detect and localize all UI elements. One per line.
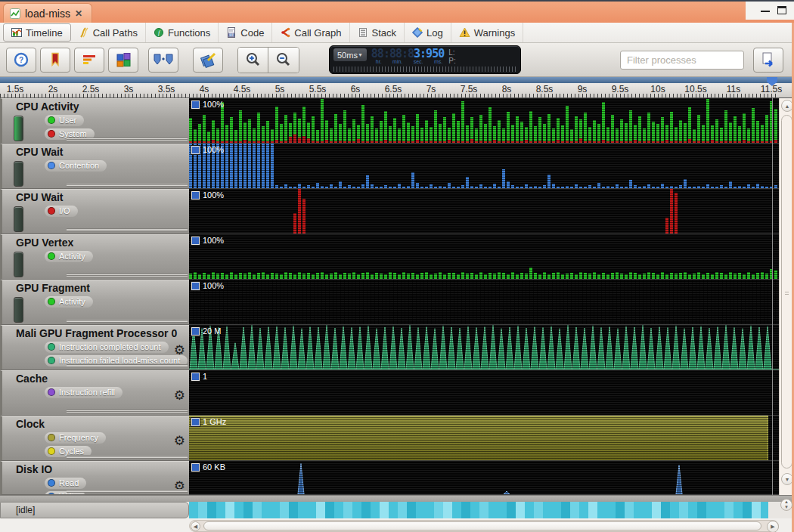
chart-area-cpu-wait[interactable]: 100%: [189, 144, 779, 189]
interval-dropdown[interactable]: 50ms ▼: [333, 48, 367, 61]
idle-stripe: [734, 502, 743, 518]
horizontal-scrollbar[interactable]: ◀: [189, 520, 779, 532]
row-settings-gear-icon[interactable]: ⚙: [174, 389, 185, 402]
series-checkbox[interactable]: [191, 418, 200, 426]
markers-button[interactable]: [148, 48, 178, 73]
row-resize-grip[interactable]: [67, 228, 188, 232]
bar: [702, 234, 705, 279]
svg-text:?: ?: [19, 56, 23, 64]
help-button[interactable]: ?: [6, 48, 36, 73]
filter-processes-input[interactable]: [620, 51, 744, 70]
row-drag-handle[interactable]: [14, 161, 23, 187]
row-resize-grip[interactable]: [67, 489, 188, 493]
tab-timeline[interactable]: Timeline: [3, 23, 71, 42]
row-drag-handle[interactable]: [14, 206, 23, 232]
legend-instruction-refill[interactable]: Instruction refill: [45, 387, 123, 398]
calipers-button[interactable]: [193, 48, 223, 73]
tab-functions[interactable]: f Functions: [146, 23, 219, 42]
tab-call-paths[interactable]: Call Paths: [71, 23, 146, 42]
chart-area-cpu-activity[interactable]: 100%: [189, 98, 779, 144]
bar: [507, 98, 510, 143]
bar: [647, 234, 650, 279]
zoom-in-button[interactable]: [238, 48, 268, 73]
tab-close-icon[interactable]: ✕: [75, 8, 82, 19]
row-settings-gear-icon[interactable]: ⚙: [174, 344, 185, 357]
row-drag-handle[interactable]: [14, 297, 23, 323]
chart-area-gpu-vertex[interactable]: 100%: [189, 234, 779, 280]
idle-process-label[interactable]: [idle]: [0, 502, 189, 518]
row-resize-grip[interactable]: [67, 274, 188, 277]
row-resize-grip[interactable]: [67, 364, 188, 368]
series-checkbox[interactable]: [191, 327, 200, 336]
chart-area-mali-gpu-fragment-processor-0[interactable]: 20 M: [189, 325, 779, 370]
bar: [756, 144, 759, 188]
series-checkbox[interactable]: [191, 237, 200, 245]
row-header-mali-gpu-fragment-processor-0[interactable]: Mali GPU Fragment Processor 0Instruction…: [0, 325, 189, 370]
legend-read[interactable]: Read: [45, 478, 86, 489]
row-header-disk-io[interactable]: Disk IOReadWrite⚙: [0, 461, 189, 495]
series-checkbox[interactable]: [191, 282, 200, 290]
bar: [488, 234, 492, 279]
chart-area-cpu-wait[interactable]: 100%: [189, 189, 779, 234]
scroll-right-button[interactable]: ▶: [767, 521, 779, 532]
time-ruler[interactable]: 1.5s2s2.5s3s3.5s4s4.5s5s5.5s6s6.5s7s7.5s…: [0, 83, 794, 98]
row-header-clock[interactable]: ClockFrequencyCycles⚙: [0, 416, 189, 461]
chart-area-disk-io[interactable]: 60 KB: [189, 461, 779, 495]
row-header-cpu-wait[interactable]: CPU WaitI/O: [0, 189, 189, 234]
row-resize-grip[interactable]: [67, 410, 188, 413]
vertical-scroll-thumb[interactable]: [781, 115, 792, 469]
idle-activity-strip[interactable]: [189, 502, 768, 518]
zoom-out-button[interactable]: [268, 48, 299, 73]
idle-stripe: [697, 502, 706, 518]
export-button[interactable]: [753, 48, 783, 73]
row-resize-grip[interactable]: [67, 183, 188, 187]
bar: [448, 234, 451, 279]
tab-warnings[interactable]: Warnings: [451, 23, 523, 42]
chart-config-button[interactable]: [74, 48, 104, 73]
row-header-cpu-wait[interactable]: CPU WaitContention: [0, 144, 189, 189]
chart-area-gpu-fragment[interactable]: 100%: [189, 280, 779, 325]
series-checkbox[interactable]: [191, 463, 200, 472]
row-header-cpu-activity[interactable]: CPU ActivityUserSystem: [0, 98, 189, 144]
series-checkbox[interactable]: [191, 146, 200, 154]
chart-area-clock[interactable]: 1 GHz: [189, 416, 779, 461]
legend-instruction-completed-count[interactable]: Instruction completed count: [45, 342, 169, 353]
bookmark-button[interactable]: [40, 48, 70, 73]
bar: [774, 189, 777, 234]
series-checkbox[interactable]: [191, 101, 200, 109]
legend-frequency[interactable]: Frequency: [45, 432, 106, 444]
row-settings-gear-icon[interactable]: ⚙: [174, 435, 185, 447]
row-resize-grip[interactable]: [67, 319, 188, 323]
horizontal-scroll-thumb[interactable]: [203, 521, 761, 530]
row-header-gpu-vertex[interactable]: GPU VertexActivity: [0, 234, 189, 280]
row-title: Clock: [16, 418, 189, 430]
bar: [389, 144, 392, 188]
legend-activity[interactable]: Activity: [45, 296, 93, 308]
timeline-drag-band[interactable]: [0, 77, 794, 83]
row-drag-handle[interactable]: [14, 252, 23, 277]
tab-stack[interactable]: Stack: [350, 23, 405, 42]
row-header-gpu-fragment[interactable]: GPU FragmentActivity: [0, 280, 189, 325]
minimize-icon[interactable]: [761, 8, 770, 12]
series-checkbox[interactable]: [191, 373, 200, 381]
row-updown-button[interactable]: ▲▼: [780, 499, 792, 511]
maximize-icon[interactable]: [777, 6, 786, 14]
series-checkbox[interactable]: [191, 191, 200, 200]
legend-user[interactable]: User: [45, 115, 84, 126]
row-resize-grip[interactable]: [67, 455, 188, 459]
tab-code[interactable]: 010 Code: [219, 23, 272, 42]
scroll-left-button[interactable]: ◀: [191, 521, 200, 531]
bar: [511, 98, 514, 143]
chart-area-cache[interactable]: 1: [189, 370, 779, 416]
legend-i-o[interactable]: I/O: [45, 206, 78, 217]
tab-call-graph[interactable]: Call Graph: [272, 23, 349, 42]
max-value-label: 1: [203, 372, 207, 381]
editor-tab-load-miss[interactable]: load-miss ✕: [3, 3, 92, 23]
tab-log[interactable]: Log: [405, 23, 451, 42]
legend-activity[interactable]: Activity: [45, 251, 93, 262]
row-resize-grip[interactable]: [67, 138, 188, 141]
legend-contention[interactable]: Contention: [45, 160, 107, 172]
row-drag-handle[interactable]: [14, 116, 23, 141]
row-header-cache[interactable]: CacheInstruction refill⚙: [0, 370, 189, 416]
views-button[interactable]: [108, 48, 138, 73]
